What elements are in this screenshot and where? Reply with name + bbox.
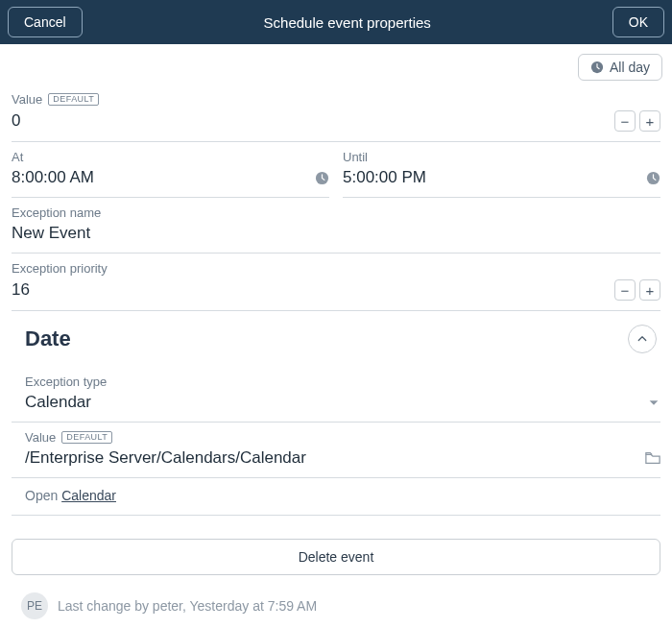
exception-priority-field: Exception priority 16 − + [12, 254, 660, 311]
ok-button[interactable]: OK [612, 7, 664, 37]
date-value-label: Value [25, 430, 56, 445]
clock-icon [590, 60, 604, 74]
delete-event-button[interactable]: Delete event [12, 539, 660, 575]
value-field: Value DEFAULT 0 − + [12, 85, 660, 142]
exception-type-field: Exception type Calendar [12, 367, 660, 423]
clock-icon[interactable] [315, 171, 329, 185]
date-section-header: Date [12, 315, 660, 367]
section-title: Date [25, 326, 71, 351]
date-value-path[interactable]: /Enterprise Server/Calendars/Calendar [25, 448, 645, 468]
folder-icon[interactable] [645, 451, 660, 465]
all-day-button[interactable]: All day [578, 54, 662, 81]
last-change-footer: PE Last change by peter, Yesterday at 7:… [12, 585, 660, 627]
at-time-input[interactable]: 8:00:00 AM [12, 168, 315, 187]
value-stepper: − + [614, 110, 660, 132]
priority-increment-button[interactable]: + [639, 279, 660, 301]
value-label: Value [12, 92, 42, 107]
default-badge: DEFAULT [48, 93, 99, 107]
last-change-text: Last change by peter, Yesterday at 7:59 … [58, 598, 317, 614]
all-day-label: All day [610, 60, 650, 75]
open-prefix: Open [25, 488, 61, 503]
avatar: PE [21, 592, 48, 619]
exception-type-label: Exception type [25, 374, 107, 389]
collapse-section-button[interactable] [628, 325, 657, 353]
open-calendar-link[interactable]: Calendar [61, 488, 116, 503]
value-decrement-button[interactable]: − [614, 110, 636, 132]
date-value-field: Value DEFAULT /Enterprise Server/Calenda… [12, 423, 660, 478]
at-label: At [12, 150, 23, 164]
at-field: At 8:00:00 AM [12, 142, 329, 198]
clock-icon[interactable] [646, 171, 660, 185]
value-increment-button[interactable]: + [639, 110, 660, 132]
default-badge: DEFAULT [61, 431, 112, 445]
exception-priority-input[interactable]: 16 [12, 280, 607, 300]
until-field: Until 5:00:00 PM [343, 142, 660, 198]
cancel-button[interactable]: Cancel [8, 7, 83, 37]
exception-name-input[interactable]: New Event [12, 224, 660, 243]
toolbar: All day [0, 44, 672, 85]
dialog-title: Schedule event properties [83, 14, 612, 31]
until-label: Until [343, 150, 368, 164]
priority-decrement-button[interactable]: − [614, 279, 636, 301]
exception-type-select[interactable]: Calendar [25, 393, 647, 412]
until-time-input[interactable]: 5:00:00 PM [343, 168, 646, 187]
chevron-up-icon [636, 333, 648, 345]
open-link-line: Open Calendar [12, 478, 660, 516]
chevron-down-icon[interactable] [647, 396, 660, 409]
exception-name-field: Exception name New Event [12, 198, 660, 254]
exception-priority-label: Exception priority [12, 261, 108, 276]
exception-name-label: Exception name [12, 205, 101, 220]
priority-stepper: − + [614, 279, 660, 301]
dialog-header: Cancel Schedule event properties OK [0, 0, 672, 44]
value-input[interactable]: 0 [12, 111, 607, 131]
